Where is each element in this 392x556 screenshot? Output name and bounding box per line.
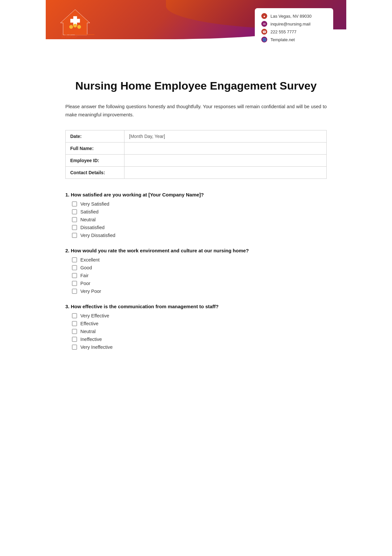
main-content: Nursing Home Employee Engagement Survey …	[46, 65, 346, 373]
option-label: Neutral	[80, 329, 96, 334]
field-label: Date:	[66, 130, 124, 143]
option-label: Very Ineffective	[80, 345, 113, 350]
option-label: Dissatisfied	[80, 225, 105, 230]
option-label: Fair	[80, 273, 89, 278]
svg-point-5	[77, 25, 81, 29]
contact-email: ✉ inquire@nursing.mail	[261, 21, 327, 27]
email-icon: ✉	[261, 21, 267, 27]
question-3-text: 3. How effective is the communication fr…	[65, 304, 327, 309]
svg-point-4	[73, 24, 77, 27]
contact-address: ● Las Vegas, NV 89030	[261, 13, 327, 19]
web-icon: 🌐	[261, 37, 267, 42]
field-value[interactable]: [Month Day, Year]	[124, 130, 327, 143]
contact-website: 🌐 Template.net	[261, 37, 327, 42]
website-text: Template.net	[270, 37, 295, 42]
phone-text: 222 555 7777	[270, 29, 297, 34]
checkbox-icon[interactable]	[72, 217, 77, 222]
table-row: Full Name:	[66, 143, 327, 155]
checkbox-icon[interactable]	[72, 273, 77, 278]
question-number: 1.	[65, 192, 70, 197]
phone-icon: ☎	[261, 29, 267, 35]
table-row: Contact Details:	[66, 167, 327, 179]
list-item[interactable]: Very Ineffective	[72, 345, 327, 350]
question-number: 3.	[65, 304, 70, 309]
option-label: Effective	[80, 321, 98, 326]
svg-point-3	[69, 25, 73, 29]
list-item[interactable]: Good	[72, 265, 327, 270]
survey-title: Nursing Home Employee Engagement Survey	[65, 78, 327, 93]
location-icon: ●	[261, 13, 267, 19]
option-label: Very Dissatisfied	[80, 233, 115, 238]
list-item[interactable]: Very Poor	[72, 289, 327, 294]
list-item[interactable]: Very Dissatisfied	[72, 233, 327, 238]
field-label: Full Name:	[66, 143, 124, 155]
field-label: Employee ID:	[66, 155, 124, 167]
checkbox-icon[interactable]	[72, 281, 77, 286]
checkbox-icon[interactable]	[72, 257, 77, 262]
list-item[interactable]: Very Effective	[72, 313, 327, 318]
option-list-3: Very Effective Effective Neutral Ineffec…	[65, 313, 327, 350]
checkbox-icon[interactable]	[72, 313, 77, 318]
list-item[interactable]: Poor	[72, 281, 327, 286]
option-list-2: Excellent Good Fair Poor Very Poor	[65, 257, 327, 294]
checkbox-icon[interactable]	[72, 321, 77, 326]
question-3: 3. How effective is the communication fr…	[65, 304, 327, 350]
question-1: 1. How satisfied are you working at [You…	[65, 192, 327, 238]
list-item[interactable]: Very Satisfied	[72, 201, 327, 207]
field-label: Contact Details:	[66, 167, 124, 179]
option-label: Very Poor	[80, 289, 101, 294]
checkbox-icon[interactable]	[72, 201, 77, 207]
questions-container: 1. How satisfied are you working at [You…	[65, 192, 327, 350]
list-item[interactable]: Satisfied	[72, 209, 327, 214]
question-number: 2.	[65, 248, 70, 253]
field-value[interactable]	[124, 143, 327, 155]
contact-info-box: ● Las Vegas, NV 89030 ✉ inquire@nursing.…	[255, 8, 333, 49]
field-value[interactable]	[124, 155, 327, 167]
email-text: inquire@nursing.mail	[270, 22, 310, 26]
question-2-text: 2. How would you rate the work environme…	[65, 248, 327, 253]
checkbox-icon[interactable]	[72, 209, 77, 214]
option-label: Ineffective	[80, 337, 102, 342]
option-label: Very Satisfied	[80, 201, 109, 207]
list-item[interactable]: Ineffective	[72, 337, 327, 342]
list-item[interactable]: Neutral	[72, 329, 327, 334]
option-label: Very Effective	[80, 313, 109, 318]
logo-area: NURSING I N C	[59, 7, 94, 37]
option-label: Poor	[80, 281, 90, 286]
checkbox-icon[interactable]	[72, 329, 77, 334]
checkbox-icon[interactable]	[72, 265, 77, 270]
info-table: Date: [Month Day, Year] Full Name: Emplo…	[65, 130, 327, 179]
checkbox-icon[interactable]	[72, 233, 77, 238]
list-item[interactable]: Effective	[72, 321, 327, 326]
list-item[interactable]: Dissatisfied	[72, 225, 327, 230]
list-item[interactable]: Neutral	[72, 217, 327, 222]
field-value[interactable]	[124, 167, 327, 179]
question-1-text: 1. How satisfied are you working at [You…	[65, 192, 327, 197]
checkbox-icon[interactable]	[72, 289, 77, 294]
option-label: Satisfied	[80, 209, 99, 214]
option-label: Neutral	[80, 217, 96, 222]
checkbox-icon[interactable]	[72, 345, 77, 350]
table-row: Date: [Month Day, Year]	[66, 130, 327, 143]
option-list-1: Very Satisfied Satisfied Neutral Dissati…	[65, 201, 327, 238]
list-item[interactable]: Fair	[72, 273, 327, 278]
header: NURSING I N C ● Las Vegas, NV 89030 ✉ in…	[46, 0, 346, 65]
contact-phone: ☎ 222 555 7777	[261, 29, 327, 35]
table-row: Employee ID:	[66, 155, 327, 167]
question-2: 2. How would you rate the work environme…	[65, 248, 327, 294]
survey-intro: Please answer the following questions ho…	[65, 103, 327, 119]
option-label: Good	[80, 265, 92, 270]
option-label: Excellent	[80, 257, 100, 262]
svg-rect-2	[70, 19, 80, 23]
checkbox-icon[interactable]	[72, 225, 77, 230]
list-item[interactable]: Excellent	[72, 257, 327, 262]
checkbox-icon[interactable]	[72, 337, 77, 342]
header-content: NURSING I N C ● Las Vegas, NV 89030 ✉ in…	[46, 0, 346, 49]
address-text: Las Vegas, NV 89030	[270, 14, 312, 19]
